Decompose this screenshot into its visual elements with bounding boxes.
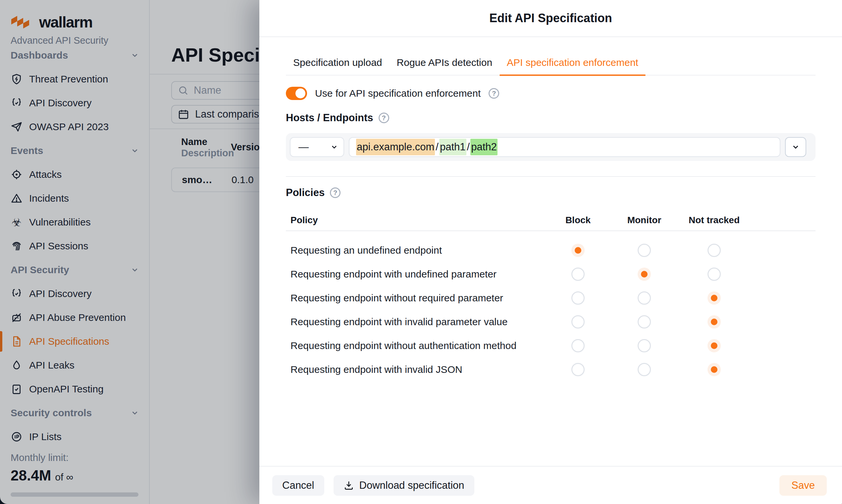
radio-monitor[interactable] (638, 339, 651, 352)
column-header-not-tracked: Not tracked (688, 215, 740, 226)
help-icon[interactable]: ? (379, 113, 389, 123)
help-icon[interactable]: ? (488, 88, 499, 99)
policy-label: Requesting endpoint with invalid JSON (286, 364, 545, 375)
radio-monitor[interactable] (638, 291, 651, 305)
hosts-endpoints-title: Hosts / Endpoints (286, 112, 373, 124)
radio-block[interactable] (571, 244, 585, 257)
policy-label: Requesting endpoint with undefined param… (286, 269, 545, 280)
radio-block[interactable] (571, 291, 585, 305)
url-segment-separator: / (435, 139, 439, 155)
tab-api-specification-enforcement[interactable]: API specification enforcement (500, 54, 646, 75)
policies-table-header: Policy Block Monitor Not tracked (286, 210, 816, 231)
http-method-select[interactable]: — (290, 137, 344, 157)
policy-row-without-authentication: Requesting endpoint without authenticati… (286, 334, 816, 358)
url-segment-separator: / (466, 139, 471, 155)
radio-not-tracked[interactable] (707, 268, 721, 281)
policy-row-invalid-json: Requesting endpoint with invalid JSON (286, 358, 816, 381)
radio-block[interactable] (571, 339, 585, 352)
policies-title: Policies (286, 187, 325, 199)
radio-not-tracked[interactable] (707, 291, 721, 305)
policies-heading: Policies ? (286, 187, 816, 199)
radio-monitor[interactable] (638, 268, 651, 281)
modal-footer: Cancel Download specification Save (259, 466, 842, 504)
policy-label: Requesting an undefined endpoint (286, 245, 545, 256)
url-segment-path1: path1 (439, 139, 466, 155)
enforcement-toggle-row: Use for API specification enforcement ? (286, 87, 816, 100)
tab-specification-upload[interactable]: Specification upload (286, 54, 390, 75)
modal-header: Edit API Specification (259, 0, 842, 37)
column-header-policy: Policy (286, 215, 545, 226)
radio-block[interactable] (571, 363, 585, 376)
download-icon (343, 480, 354, 491)
toggle-knob (295, 88, 305, 98)
policy-label: Requesting endpoint with invalid paramet… (286, 316, 545, 327)
hosts-endpoint-row: — api.example.com/path1/path2 (286, 133, 816, 161)
cancel-label: Cancel (282, 480, 314, 491)
chevron-down-icon (330, 143, 338, 151)
policy-row-without-required-parameter: Requesting endpoint without required par… (286, 286, 816, 310)
radio-block[interactable] (571, 315, 585, 328)
download-specification-button[interactable]: Download specification (334, 475, 474, 496)
chevron-down-icon (791, 143, 800, 151)
enforcement-toggle[interactable] (286, 87, 307, 100)
modal-body: Specification upload Rogue APIs detectio… (259, 37, 842, 466)
help-icon[interactable]: ? (330, 187, 341, 198)
save-button[interactable]: Save (780, 475, 827, 496)
radio-not-tracked[interactable] (707, 363, 721, 376)
column-header-monitor: Monitor (627, 215, 662, 226)
policy-label: Requesting endpoint without authenticati… (286, 340, 545, 352)
policy-row-undefined-parameter: Requesting endpoint with undefined param… (286, 262, 816, 286)
endpoint-url-input[interactable]: api.example.com/path1/path2 (349, 137, 781, 157)
radio-monitor[interactable] (638, 315, 651, 328)
policy-row-undefined-endpoint: Requesting an undefined endpoint (286, 238, 816, 262)
policies-rows: Requesting an undefined endpoint Request… (286, 238, 816, 381)
modal-tabs: Specification upload Rogue APIs detectio… (286, 54, 816, 75)
policy-row-invalid-parameter-value: Requesting endpoint with invalid paramet… (286, 310, 816, 334)
column-header-block: Block (566, 215, 591, 226)
radio-not-tracked[interactable] (707, 244, 721, 257)
cancel-button[interactable]: Cancel (272, 475, 324, 496)
hosts-endpoints-heading: Hosts / Endpoints ? (286, 112, 816, 124)
radio-block[interactable] (571, 268, 585, 281)
tab-rogue-apis-detection[interactable]: Rogue APIs detection (390, 54, 500, 75)
divider (286, 176, 816, 177)
radio-monitor[interactable] (638, 244, 651, 257)
radio-not-tracked[interactable] (707, 339, 721, 352)
url-segment-path2: path2 (470, 139, 498, 155)
enforcement-toggle-label: Use for API specification enforcement (315, 88, 481, 99)
radio-monitor[interactable] (638, 363, 651, 376)
url-segment-host: api.example.com (356, 139, 435, 155)
http-method-select-value: — (299, 141, 309, 153)
policy-label: Requesting endpoint without required par… (286, 292, 545, 304)
save-label: Save (791, 480, 815, 491)
endpoint-expand-button[interactable] (785, 137, 806, 157)
modal-title: Edit API Specification (489, 11, 612, 25)
edit-api-specification-modal: Edit API Specification Specification upl… (259, 0, 842, 504)
radio-not-tracked[interactable] (707, 315, 721, 328)
download-label: Download specification (359, 480, 464, 491)
